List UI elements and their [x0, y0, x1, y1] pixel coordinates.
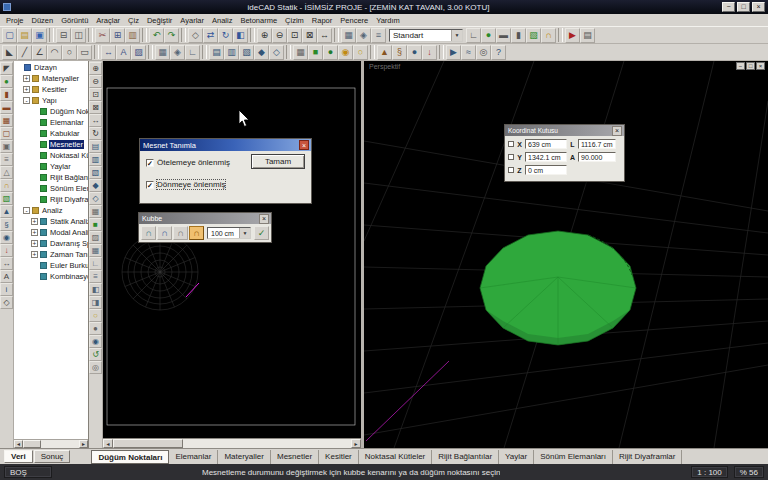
help-icon[interactable]: ?: [491, 45, 506, 60]
dome-style-3-icon[interactable]: ∩: [173, 226, 188, 240]
wall-tool-icon[interactable]: ▦: [0, 114, 13, 127]
dome-style-4-icon[interactable]: ∩: [189, 226, 204, 240]
coordinate-field[interactable]: 90.000: [578, 152, 616, 162]
text-icon[interactable]: A: [116, 45, 131, 60]
mirror-icon[interactable]: ◧: [233, 28, 248, 43]
child-minimize-icon[interactable]: −: [736, 62, 745, 70]
checkbox[interactable]: ✓: [146, 159, 154, 167]
paste-icon[interactable]: ▥: [125, 28, 140, 43]
undo-icon[interactable]: ↶: [149, 28, 164, 43]
run-analysis-icon[interactable]: ▶: [446, 45, 461, 60]
circle-icon[interactable]: ○: [62, 45, 77, 60]
node-icon[interactable]: ●: [481, 28, 496, 43]
support-icon[interactable]: ▲: [377, 45, 392, 60]
zoom-window-view-icon[interactable]: ⊡: [89, 88, 102, 101]
hatch-icon[interactable]: ▨: [131, 45, 146, 60]
beam-icon[interactable]: ▬: [496, 28, 511, 43]
menu-item[interactable]: Değiştir: [143, 14, 176, 26]
zoom-fit-view-icon[interactable]: ⊠: [89, 101, 102, 114]
ok-button[interactable]: Tamam: [251, 154, 305, 169]
load-tool-icon[interactable]: ↓: [0, 244, 13, 257]
menu-item[interactable]: Analiz: [208, 14, 236, 26]
point-mass-icon[interactable]: ●: [407, 45, 422, 60]
coordinate-field[interactable]: 1342.1 cm: [525, 152, 567, 162]
column-icon[interactable]: ▮: [511, 28, 526, 43]
window-minimize-icon[interactable]: −: [722, 2, 735, 12]
load-icon[interactable]: ↓: [422, 45, 437, 60]
polyline-icon[interactable]: ∠: [32, 45, 47, 60]
data-result-tab[interactable]: Sonuç: [34, 450, 71, 463]
tree-expander-icon[interactable]: +: [31, 218, 38, 225]
front-view-icon[interactable]: ▥: [89, 153, 102, 166]
view-top-icon[interactable]: ▤: [209, 45, 224, 60]
tree-expander-icon[interactable]: +: [31, 251, 38, 258]
light-icon[interactable]: ○: [353, 45, 368, 60]
coordinate-field[interactable]: 0 cm: [525, 165, 567, 175]
spring-tool-icon[interactable]: §: [0, 218, 13, 231]
tree-expander-icon[interactable]: -: [23, 97, 30, 104]
window-close-icon[interactable]: ×: [752, 2, 765, 12]
data-result-tab[interactable]: Veri: [4, 450, 33, 463]
tree-item[interactable]: + Kesitler: [14, 84, 88, 95]
select-icon[interactable]: ◇: [188, 28, 203, 43]
save-icon[interactable]: ▣: [32, 28, 47, 43]
iso-view-icon[interactable]: ◆: [89, 179, 102, 192]
tree-item[interactable]: Yaylar: [14, 161, 88, 172]
perspective-view-icon[interactable]: ◇: [89, 192, 102, 205]
tree-item[interactable]: Noktasal Kütleler: [14, 150, 88, 161]
menu-item[interactable]: Ayarlar: [176, 14, 208, 26]
tree-item[interactable]: + Materyaller: [14, 73, 88, 84]
category-tab[interactable]: Noktasal Kütleler: [359, 450, 432, 464]
shadow-view-icon[interactable]: ●: [89, 322, 102, 335]
tree-item[interactable]: - Analiz: [14, 205, 88, 216]
results-icon[interactable]: ≈: [461, 45, 476, 60]
style-combo[interactable]: Standart ▼: [389, 29, 463, 42]
settings-icon[interactable]: ◎: [476, 45, 491, 60]
tree-item[interactable]: Sönüm Elemanları: [14, 183, 88, 194]
scroll-right-icon[interactable]: ►: [351, 439, 361, 448]
tree-item[interactable]: + Statik Analiz: [14, 216, 88, 227]
pointer-icon[interactable]: ◣: [2, 45, 17, 60]
chevron-down-icon[interactable]: ▼: [451, 30, 462, 41]
tree-item[interactable]: Mesnetler: [14, 139, 88, 150]
tree-item[interactable]: Dizayn: [14, 62, 88, 73]
settings-view-icon[interactable]: ◎: [89, 361, 102, 374]
roof-tool-icon[interactable]: △: [0, 166, 13, 179]
shaded-view-icon[interactable]: ■: [89, 218, 102, 231]
menu-item[interactable]: Rapor: [308, 14, 336, 26]
hidden-line-icon[interactable]: ▨: [89, 231, 102, 244]
window-maximize-icon[interactable]: □: [737, 2, 750, 12]
wireframe-view-icon[interactable]: ▦: [89, 205, 102, 218]
copy-icon[interactable]: ⊞: [110, 28, 125, 43]
wireframe-icon[interactable]: ▦: [293, 45, 308, 60]
erase-tool-icon[interactable]: ◇: [0, 296, 13, 309]
axes-view-icon[interactable]: ∟: [89, 257, 102, 270]
plan-view[interactable]: ◄ ►: [103, 61, 361, 448]
category-tab[interactable]: Elemanlar: [169, 450, 218, 464]
tree-item[interactable]: + Modal Analiz: [14, 227, 88, 238]
stair-tool-icon[interactable]: ≡: [0, 153, 13, 166]
rotate-icon[interactable]: ↻: [218, 28, 233, 43]
menu-item[interactable]: Yardım: [372, 14, 404, 26]
menu-item[interactable]: Proje: [2, 14, 28, 26]
scrollbar-track[interactable]: [183, 439, 351, 448]
zoom-in-view-icon[interactable]: ⊕: [89, 62, 102, 75]
support-tool-icon[interactable]: ▲: [0, 205, 13, 218]
kubbe-titlebar[interactable]: Kubbe ×: [139, 213, 271, 224]
tree-expander-icon[interactable]: -: [23, 207, 30, 214]
print-preview-icon[interactable]: ◫: [71, 28, 86, 43]
section-view-icon[interactable]: ◧: [89, 283, 102, 296]
snap-icon[interactable]: ◈: [356, 28, 371, 43]
close-icon[interactable]: ×: [612, 126, 622, 136]
new-icon[interactable]: ▢: [2, 28, 17, 43]
pan-icon[interactable]: ↔: [317, 28, 332, 43]
spring-icon[interactable]: §: [392, 45, 407, 60]
coordinate-field[interactable]: 639 cm: [525, 139, 567, 149]
menu-item[interactable]: Pencere: [336, 14, 372, 26]
column-tool-icon[interactable]: ▮: [0, 88, 13, 101]
beam-tool-icon[interactable]: ▬: [0, 101, 13, 114]
rectangle-icon[interactable]: ▭: [77, 45, 92, 60]
mesnet-dialog-titlebar[interactable]: Mesnet Tanımla ×: [140, 139, 311, 151]
dome-style-2-icon[interactable]: ∩: [157, 226, 172, 240]
zoom-out-icon[interactable]: ⊖: [272, 28, 287, 43]
